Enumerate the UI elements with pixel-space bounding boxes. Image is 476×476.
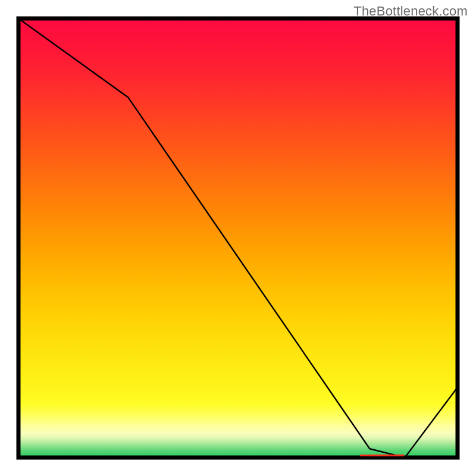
bottleneck-chart	[0, 0, 476, 476]
watermark-text: TheBottleneck.com	[353, 4, 468, 19]
gradient-background	[18, 18, 458, 458]
plot-area	[18, 18, 458, 458]
